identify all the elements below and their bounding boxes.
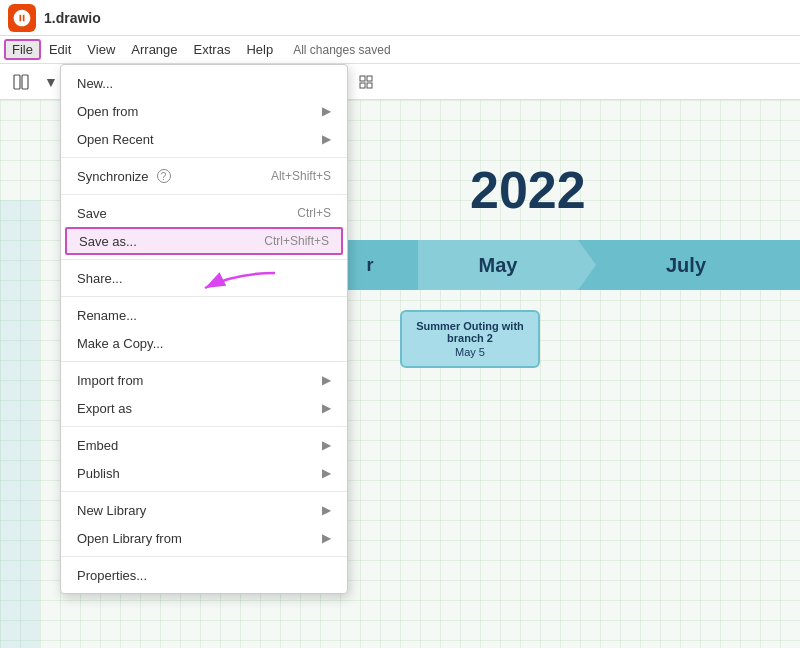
submenu-arrow: ▶: [322, 503, 331, 517]
menu-item-export-as[interactable]: Export as ▶: [61, 394, 347, 422]
submenu-arrow: ▶: [322, 531, 331, 545]
menu-help[interactable]: Help: [238, 39, 281, 60]
timeline-bar: r May July: [340, 240, 800, 290]
app-logo: [8, 4, 36, 32]
status-text: All changes saved: [293, 43, 390, 57]
event-card: Summer Outing with branch 2 May 5: [400, 310, 540, 368]
svg-rect-9: [360, 76, 365, 81]
help-icon: ?: [157, 169, 171, 183]
menu-view[interactable]: View: [79, 39, 123, 60]
menu-item-new-library[interactable]: New Library ▶: [61, 496, 347, 524]
submenu-arrow: ▶: [322, 132, 331, 146]
separator-7: [61, 491, 347, 492]
svg-rect-1: [22, 75, 28, 89]
separator-6: [61, 426, 347, 427]
svg-rect-0: [14, 75, 20, 89]
event-date: May 5: [414, 346, 526, 358]
file-dropdown-menu: New... Open from ▶ Open Recent ▶ Synchro…: [60, 64, 348, 594]
title-bar: 1.drawio: [0, 0, 800, 36]
diagram-content: 2022 r May July Summer Outing with branc…: [340, 140, 800, 648]
menu-item-rename[interactable]: Rename...: [61, 301, 347, 329]
menu-extras[interactable]: Extras: [186, 39, 239, 60]
menu-bar: File Edit View Arrange Extras Help All c…: [0, 36, 800, 64]
menu-item-open-recent[interactable]: Open Recent ▶: [61, 125, 347, 153]
grid-btn[interactable]: [353, 69, 379, 95]
menu-edit[interactable]: Edit: [41, 39, 79, 60]
separator-5: [61, 361, 347, 362]
event-title: Summer Outing with branch 2: [414, 320, 526, 344]
menu-item-save[interactable]: Save Ctrl+S: [61, 199, 347, 227]
menu-item-properties[interactable]: Properties...: [61, 561, 347, 589]
svg-rect-11: [360, 83, 365, 88]
menu-item-new[interactable]: New...: [61, 69, 347, 97]
shortcut-save: Ctrl+S: [297, 206, 331, 220]
separator-4: [61, 296, 347, 297]
shortcut-synchronize: Alt+Shift+S: [271, 169, 331, 183]
menu-item-import-from[interactable]: Import from ▶: [61, 366, 347, 394]
menu-item-open-library-from[interactable]: Open Library from ▶: [61, 524, 347, 552]
menu-item-share[interactable]: Share...: [61, 264, 347, 292]
menu-item-make-copy[interactable]: Make a Copy...: [61, 329, 347, 357]
menu-item-open-from[interactable]: Open from ▶: [61, 97, 347, 125]
svg-rect-10: [367, 76, 372, 81]
menu-file[interactable]: File: [4, 39, 41, 60]
submenu-arrow: ▶: [322, 401, 331, 415]
left-panel: [0, 200, 40, 648]
submenu-arrow: ▶: [322, 438, 331, 452]
separator-8: [61, 556, 347, 557]
menu-item-synchronize[interactable]: Synchronize ? Alt+Shift+S: [61, 162, 347, 190]
app-title: 1.drawio: [44, 10, 101, 26]
separator-2: [61, 194, 347, 195]
submenu-arrow: ▶: [322, 373, 331, 387]
svg-rect-12: [367, 83, 372, 88]
menu-arrange[interactable]: Arrange: [123, 39, 185, 60]
submenu-arrow: ▶: [322, 104, 331, 118]
year-label: 2022: [470, 160, 586, 220]
submenu-arrow: ▶: [322, 466, 331, 480]
panel-toggle-btn[interactable]: [8, 69, 34, 95]
shortcut-save-as: Ctrl+Shift+S: [264, 234, 329, 248]
menu-item-publish[interactable]: Publish ▶: [61, 459, 347, 487]
month-may: May: [479, 254, 518, 277]
separator-3: [61, 259, 347, 260]
menu-item-save-as[interactable]: Save as... Ctrl+Shift+S: [65, 227, 343, 255]
separator-1: [61, 157, 347, 158]
menu-item-embed[interactable]: Embed ▶: [61, 431, 347, 459]
month-july: July: [666, 254, 706, 277]
